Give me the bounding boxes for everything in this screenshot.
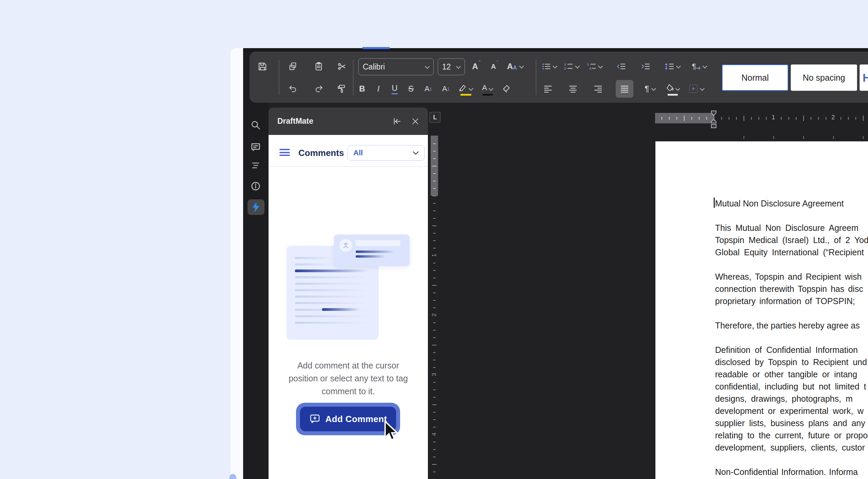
borders-button[interactable]: +: [686, 81, 707, 96]
align-left-button[interactable]: [540, 81, 555, 96]
save-button[interactable]: [255, 59, 270, 74]
active-tab-indicator: [362, 47, 390, 49]
justify-button[interactable]: [616, 80, 633, 98]
document-text[interactable]: Mutual Non Disclosure AgreementThis Mutu…: [715, 197, 868, 479]
font-color-button[interactable]: A: [479, 81, 496, 96]
panel-title: DraftMate: [277, 107, 313, 135]
ruler-tick: [699, 117, 699, 120]
ruler-subtick: [803, 136, 804, 139]
chevron-down-icon: [456, 65, 460, 69]
italic-icon: I: [377, 84, 380, 94]
align-right-button[interactable]: [591, 81, 606, 96]
grow-font-button[interactable]: Aˆ: [468, 59, 485, 74]
ruler-tick: [433, 397, 436, 398]
search-tool-button[interactable]: [250, 120, 261, 131]
comments-menu-button[interactable]: [279, 149, 290, 156]
copy-button[interactable]: [285, 59, 300, 74]
chevron-down-icon: [489, 87, 493, 91]
document-line: Non-Confidential Information. Informa: [715, 466, 868, 478]
comments-tool-button[interactable]: [250, 142, 261, 153]
ruler-tick: [433, 382, 436, 383]
chevron-down-icon: [553, 64, 557, 68]
ruler-subtick: [833, 136, 834, 139]
paste-button[interactable]: [311, 59, 326, 74]
highlight-color-button[interactable]: [457, 81, 475, 96]
ruler-tick: [848, 117, 849, 120]
document-page[interactable]: Mutual Non Disclosure AgreementThis Mutu…: [655, 141, 868, 479]
shading-button[interactable]: [663, 81, 683, 96]
borders-icon: +: [689, 85, 697, 93]
subscript-button[interactable]: A1: [438, 81, 454, 96]
redo-button[interactable]: [311, 81, 326, 96]
ruler-tick: [841, 117, 841, 120]
comments-filter-select[interactable]: All: [348, 145, 425, 161]
bold-button[interactable]: B: [355, 81, 369, 96]
multilevel-list-button[interactable]: 1A: [587, 59, 602, 74]
italic-button[interactable]: I: [372, 81, 385, 96]
scissors-icon: [337, 62, 347, 71]
ruler-tick: [432, 166, 437, 166]
style-heading[interactable]: H: [860, 64, 868, 91]
ruler-tick: [781, 117, 782, 120]
format-painter-button[interactable]: [334, 81, 349, 96]
caption-line: Add comment at the cursor: [269, 359, 428, 372]
font-name-select[interactable]: Calibri: [358, 58, 434, 75]
ruler-tick: [803, 116, 804, 121]
ruler-tick: [433, 419, 436, 420]
style-label: No spacing: [803, 73, 845, 83]
outline-tool-button[interactable]: [250, 160, 261, 171]
line-spacing-button[interactable]: [663, 59, 683, 74]
align-center-button[interactable]: [566, 81, 580, 96]
superscript-icon: 1: [430, 86, 432, 92]
toolbar-separator: [536, 80, 536, 95]
ruler-tick: [706, 117, 707, 120]
decrease-indent-button[interactable]: [614, 59, 629, 74]
panel-body: Comments All Add comment at the cu: [269, 135, 428, 479]
document-line: readable or other tangible or intang: [715, 368, 868, 380]
clear-formatting-button[interactable]: [499, 81, 514, 96]
document-line: supplier lists, business plans and any: [715, 417, 868, 429]
collapse-to-left-icon: [392, 117, 402, 126]
show-paragraph-marks-button[interactable]: ¶: [640, 81, 660, 96]
shrink-font-icon: A: [491, 63, 496, 71]
paragraph-direction-button[interactable]: ¶: [689, 59, 710, 74]
cut-button[interactable]: [334, 59, 349, 74]
shrink-font-button[interactable]: Aˇ: [486, 59, 503, 74]
ruler-tick: [433, 143, 436, 144]
format-painter-icon: [337, 84, 347, 94]
chevron-down-icon: [425, 65, 429, 69]
numbered-list-button[interactable]: 12: [564, 59, 579, 74]
ruler-tick: [826, 117, 826, 120]
collapse-panel-button[interactable]: [391, 116, 403, 127]
ruler-tick: [433, 188, 436, 189]
chevron-down-icon: [519, 64, 524, 68]
close-panel-button[interactable]: [410, 116, 421, 127]
font-size-select[interactable]: 12: [438, 58, 465, 75]
tab-stop-selector[interactable]: L: [430, 112, 440, 123]
superscript-button[interactable]: A1: [420, 81, 436, 96]
grow-font-icon: A: [472, 62, 478, 71]
font-size-value: 12: [442, 62, 454, 72]
document-line: Therefore, the parties hereby agree as: [715, 319, 868, 332]
strikethrough-button[interactable]: S: [404, 81, 418, 96]
bullet-list-button[interactable]: [542, 59, 557, 74]
change-case-button[interactable]: AA: [505, 59, 526, 74]
chevron-down-icon: [469, 87, 473, 91]
add-comment-label: Add Comment: [325, 414, 387, 424]
ruler-tick: [433, 278, 436, 278]
style-normal[interactable]: Normal: [722, 64, 788, 91]
draftmate-tool-button[interactable]: [248, 199, 264, 215]
close-icon: [411, 117, 420, 126]
ruler-tick: [433, 367, 436, 368]
increase-indent-button[interactable]: [638, 59, 653, 74]
ruler-tick: [796, 117, 796, 120]
undo-button[interactable]: [285, 81, 300, 96]
style-no-spacing[interactable]: No spacing: [791, 64, 857, 91]
info-tool-button[interactable]: [250, 181, 261, 192]
horizontal-ruler[interactable]: 12: [655, 113, 868, 123]
ruler-tick: [433, 472, 436, 472]
vertical-ruler[interactable]: 1234: [431, 136, 438, 479]
ruler-tick: [432, 285, 437, 286]
underline-button[interactable]: U: [388, 81, 401, 96]
document-paragraph: Mutual Non Disclosure Agreement: [715, 197, 868, 209]
